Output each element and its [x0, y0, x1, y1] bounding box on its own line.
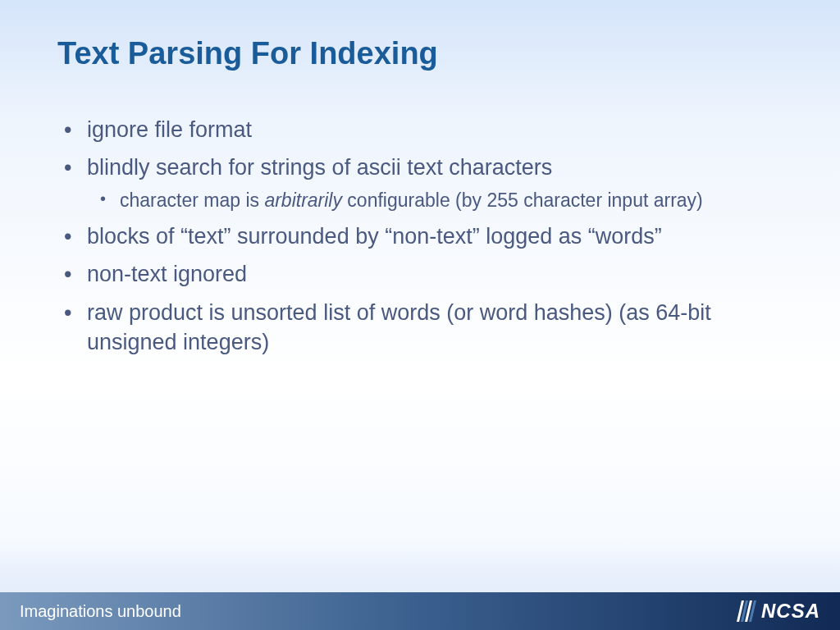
- bullet-item: ignore file format: [57, 115, 783, 144]
- sub-text-pre: character map is: [120, 189, 264, 211]
- bullet-item: raw product is unsorted list of words (o…: [57, 298, 783, 358]
- bullet-item: non-text ignored: [57, 259, 783, 289]
- logo-text: NCSA: [761, 600, 820, 623]
- footer-tagline: Imaginations unbound: [20, 602, 181, 621]
- bullet-text: ignore file format: [87, 117, 252, 142]
- ncsa-logo: NCSA: [737, 600, 820, 623]
- bullet-text: non-text ignored: [87, 262, 247, 286]
- sub-bullet-list: character map is arbitrarily configurabl…: [87, 188, 783, 213]
- slide-title: Text Parsing For Indexing: [57, 36, 438, 71]
- bullet-text: blindly search for strings of ascii text…: [87, 155, 552, 180]
- sub-text-post: configurable (by 255 character input arr…: [342, 189, 703, 211]
- sub-text-em: arbitrarily: [264, 189, 342, 211]
- bullet-item: blocks of “text” surrounded by “non-text…: [57, 221, 783, 251]
- bullet-text: blocks of “text” surrounded by “non-text…: [87, 224, 662, 249]
- slide-content: ignore file format blindly search for st…: [57, 115, 783, 366]
- slide: Text Parsing For Indexing ignore file fo…: [0, 0, 840, 630]
- footer-bar: Imaginations unbound NCSA: [0, 592, 840, 630]
- logo-stripes-icon: [737, 600, 758, 622]
- bullet-text: raw product is unsorted list of words (o…: [87, 300, 711, 354]
- bullet-item: blindly search for strings of ascii text…: [57, 153, 783, 212]
- bullet-list: ignore file format blindly search for st…: [57, 115, 783, 358]
- sub-bullet-item: character map is arbitrarily configurabl…: [87, 188, 783, 213]
